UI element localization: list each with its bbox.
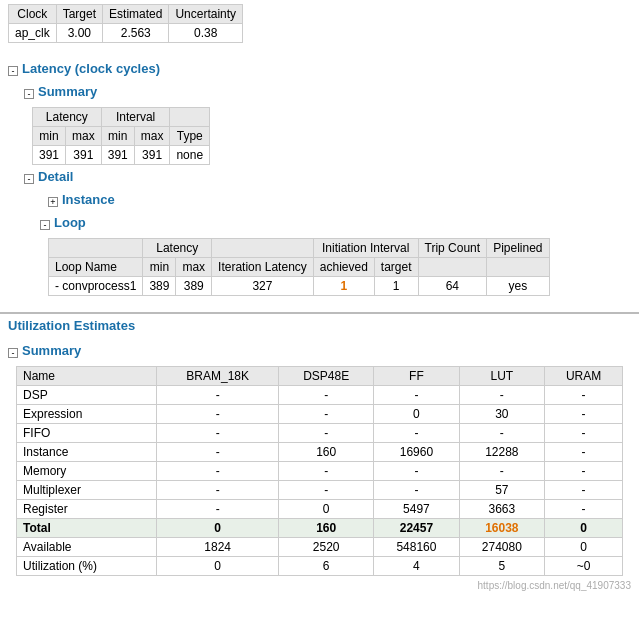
util-uram-cell: - xyxy=(545,443,623,462)
util-ff-cell: 4 xyxy=(374,557,459,576)
util-summary-collapse-icon[interactable]: - xyxy=(8,348,18,358)
util-bram-cell: - xyxy=(157,500,279,519)
loop-achieved-sub-header: achieved xyxy=(313,258,374,277)
clock-section: Clock Target Estimated Uncertainty ap_cl… xyxy=(0,0,639,53)
util-ff-cell: - xyxy=(374,481,459,500)
table-row: Utilization (%)0645~0 xyxy=(17,557,623,576)
util-lut-cell: 30 xyxy=(459,405,544,424)
clock-table: Clock Target Estimated Uncertainty ap_cl… xyxy=(8,4,243,43)
latency-collapse-icon[interactable]: - xyxy=(8,66,18,76)
latency-summary-title: Summary xyxy=(38,84,97,99)
int-max-cell: 391 xyxy=(134,146,170,165)
util-ff-cell: 16960 xyxy=(374,443,459,462)
util-bram-cell: 1824 xyxy=(157,538,279,557)
table-row: Expression--030- xyxy=(17,405,623,424)
loop-pipelined-cell: yes xyxy=(487,277,549,296)
lat-max-header: max xyxy=(66,127,102,146)
utilization-section: Utilization Estimates - Summary Name BRA… xyxy=(0,312,639,595)
loop-iter-header xyxy=(212,239,314,258)
watermark: https://blog.csdn.net/qq_41907333 xyxy=(8,580,631,591)
loop-target-sub-header: target xyxy=(374,258,418,277)
util-name-cell: DSP xyxy=(17,386,157,405)
util-uram-cell: - xyxy=(545,481,623,500)
latency-summary-table: Latency Interval min max min max Type 39… xyxy=(32,107,210,165)
loop-trip-header: Trip Count xyxy=(418,239,487,258)
loop-target-cell: 1 xyxy=(374,277,418,296)
loop-table: Latency Initiation Interval Trip Count P… xyxy=(48,238,550,296)
estimated-col-header: Estimated xyxy=(103,5,169,24)
loop-pipelined-sub-header xyxy=(487,258,549,277)
util-lut-cell: 3663 xyxy=(459,500,544,519)
util-name-cell: Instance xyxy=(17,443,157,462)
util-dsp-cell: 6 xyxy=(279,557,374,576)
loop-name-header xyxy=(49,239,143,258)
util-summary-header: - Summary xyxy=(8,343,631,362)
util-name-cell: Utilization (%) xyxy=(17,557,157,576)
util-name-cell: Memory xyxy=(17,462,157,481)
util-name-cell: Total xyxy=(17,519,157,538)
latency-span-header: Latency xyxy=(33,108,102,127)
table-row: DSP----- xyxy=(17,386,623,405)
util-uram-cell: - xyxy=(545,424,623,443)
loop-collapse-icon[interactable]: - xyxy=(40,220,50,230)
util-name-cell: FIFO xyxy=(17,424,157,443)
main-container: Clock Target Estimated Uncertainty ap_cl… xyxy=(0,0,639,641)
target-col-header: Target xyxy=(56,5,102,24)
latency-summary-header: - Summary xyxy=(24,84,631,103)
instance-expand-icon[interactable]: + xyxy=(48,197,58,207)
clock-target-cell: 3.00 xyxy=(56,24,102,43)
util-ff-cell: 548160 xyxy=(374,538,459,557)
util-lut-cell: - xyxy=(459,424,544,443)
type-sub-header: Type xyxy=(170,127,210,146)
util-lut-cell: 274080 xyxy=(459,538,544,557)
loop-label: Loop xyxy=(54,215,86,230)
loop-iter-sub-header: Iteration Latency xyxy=(212,258,314,277)
loop-name-cell: - convprocess1 xyxy=(49,277,143,296)
latency-title: Latency (clock cycles) xyxy=(22,61,160,76)
util-bram-cell: - xyxy=(157,405,279,424)
loop-trip-sub-header xyxy=(418,258,487,277)
util-lut-cell: 16038 xyxy=(459,519,544,538)
loop-min-cell: 389 xyxy=(143,277,176,296)
loop-iter-cell: 327 xyxy=(212,277,314,296)
detail-title: Detail xyxy=(38,169,73,184)
util-ff-cell: 5497 xyxy=(374,500,459,519)
table-row: 391 391 391 391 none xyxy=(33,146,210,165)
util-lut-cell: 57 xyxy=(459,481,544,500)
latency-summary-collapse-icon[interactable]: - xyxy=(24,89,34,99)
util-lut-cell: 5 xyxy=(459,557,544,576)
util-dsp-col: DSP48E xyxy=(279,367,374,386)
util-uram-cell: - xyxy=(545,462,623,481)
util-bram-cell: - xyxy=(157,424,279,443)
instance-label: Instance xyxy=(62,192,115,207)
loop-latency-header: Latency xyxy=(143,239,212,258)
util-dsp-cell: 160 xyxy=(279,519,374,538)
loop-name-sub-header: Loop Name xyxy=(49,258,143,277)
int-max-header: max xyxy=(134,127,170,146)
detail-header: - Detail xyxy=(24,169,631,188)
detail-collapse-icon[interactable]: - xyxy=(24,174,34,184)
util-bram-cell: 0 xyxy=(157,519,279,538)
clock-col-header: Clock xyxy=(9,5,57,24)
util-ff-cell: - xyxy=(374,424,459,443)
util-ff-cell: 0 xyxy=(374,405,459,424)
int-min-header: min xyxy=(101,127,134,146)
util-ff-cell: - xyxy=(374,386,459,405)
table-row: Register-054973663- xyxy=(17,500,623,519)
util-lut-col: LUT xyxy=(459,367,544,386)
clock-name-cell: ap_clk xyxy=(9,24,57,43)
util-name-col: Name xyxy=(17,367,157,386)
loop-min-sub-header: min xyxy=(143,258,176,277)
util-dsp-cell: - xyxy=(279,481,374,500)
latency-section: - Latency (clock cycles) - Summary Laten… xyxy=(0,57,639,304)
lat-max-cell: 391 xyxy=(66,146,102,165)
util-name-cell: Expression xyxy=(17,405,157,424)
interval-span-header: Interval xyxy=(101,108,170,127)
util-uram-col: URAM xyxy=(545,367,623,386)
util-bram-cell: - xyxy=(157,386,279,405)
table-row: - convprocess1 389 389 327 1 1 64 yes xyxy=(49,277,550,296)
loop-trip-cell: 64 xyxy=(418,277,487,296)
table-row: FIFO----- xyxy=(17,424,623,443)
util-dsp-cell: - xyxy=(279,386,374,405)
util-bram-cell: - xyxy=(157,462,279,481)
